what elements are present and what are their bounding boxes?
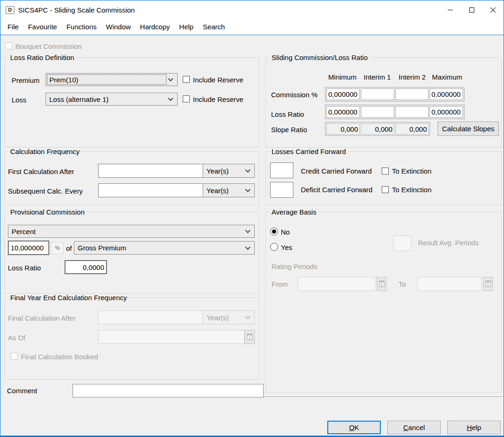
credit-to-extinction-checkbox[interactable] (382, 168, 389, 175)
loss-ratio-interim2-field[interactable] (395, 106, 429, 118)
provisional-loss-ratio-field[interactable]: 0,0000 (65, 260, 107, 274)
subsequent-calc-field[interactable] (98, 183, 203, 197)
average-yes-radio[interactable] (270, 243, 278, 251)
minimize-button[interactable] (439, 0, 461, 19)
loss-ratio-interim1-field[interactable] (361, 106, 394, 118)
sliding-commission-title: Sliding Commission/Loss Ratio (270, 54, 370, 61)
menu-bar: File Favourite Functions Window Hardcopy… (0, 19, 504, 34)
close-icon (490, 7, 496, 13)
slope-minimum-field: 0,000 (326, 123, 360, 134)
loss-ratio-maximum-field[interactable]: 0,000000 (430, 106, 463, 118)
credit-carried-forward-field[interactable] (270, 162, 293, 178)
menu-window[interactable]: Window (101, 23, 135, 31)
final-year-end-title: Final Year End Calculation Frequency (8, 294, 129, 302)
loss-combobox-value: Loss (alternative 1) (49, 95, 109, 103)
provisional-percent-field[interactable]: 10,000000 (8, 241, 49, 255)
help-button[interactable]: Help (447, 421, 501, 434)
loss-include-reserve-checkbox[interactable] (183, 95, 190, 102)
menu-separator (0, 34, 504, 35)
premium-include-reserve-checkbox[interactable] (183, 76, 190, 83)
final-calculation-after-label: Final Calculation After (8, 314, 76, 323)
first-calculation-after-field[interactable] (98, 164, 203, 178)
rating-from-field (298, 277, 375, 291)
window-title: SICS4PC - Sliding Scale Commission (18, 6, 135, 14)
cancel-button-label: Cancel (403, 424, 425, 431)
commission-row: 0,000000 0,000000 (325, 87, 464, 101)
loss-combobox[interactable]: Loss (alternative 1) (46, 93, 178, 106)
provisional-basis-value: Gross Premium (78, 244, 126, 252)
final-calculation-booked-checkbox (11, 353, 18, 360)
subsequent-calc-unit-value: Year(s) (206, 187, 229, 195)
rating-from-calendar-button (377, 277, 386, 291)
first-calculation-unit-value: Year(s) (206, 167, 229, 175)
sliding-loss-ratio-label: Loss Ratio (271, 110, 304, 119)
slope-ratio-row: 0,000 0,000 0,000 (325, 122, 430, 136)
chevron-down-icon (245, 314, 250, 319)
average-no-label: No (281, 228, 290, 236)
menu-search[interactable]: Search (198, 23, 230, 31)
provisional-type-combobox[interactable]: Percent (8, 225, 255, 238)
premium-combobox-value: Prem(10) (49, 76, 79, 84)
deficit-to-extinction-checkbox[interactable] (382, 186, 389, 193)
final-calculation-after-field (98, 310, 203, 324)
calendar-icon (485, 281, 491, 287)
first-calculation-unit-combobox[interactable]: Year(s) (203, 164, 255, 178)
chevron-down-icon (245, 187, 250, 192)
commission-interim1-field[interactable] (361, 88, 394, 100)
calculate-slopes-button[interactable]: Calculate Slopes (438, 121, 499, 136)
subsequent-calc-unit-combobox[interactable]: Year(s) (203, 183, 255, 197)
ok-button-label: OK (349, 424, 359, 431)
chevron-down-icon (168, 96, 173, 101)
help-button-label: Help (467, 424, 481, 431)
header-interim1: Interim 1 (360, 73, 395, 81)
provisional-loss-ratio-label: Loss Ratio (8, 264, 41, 272)
result-avg-periods-field (393, 235, 411, 251)
slope-interim1-field: 0,000 (361, 123, 394, 134)
final-calculation-unit-value: Year(s) (206, 314, 229, 322)
average-no-radio[interactable] (270, 228, 278, 235)
chevron-down-icon (245, 228, 250, 233)
commission-minimum-field[interactable]: 0,000000 (326, 88, 360, 100)
app-icon: D (6, 6, 14, 14)
menu-favourite[interactable]: Favourite (23, 23, 62, 31)
subsequent-calc-label: Subsequent Calc. Every (8, 187, 83, 195)
of-label: of (66, 244, 72, 253)
loss-label: Loss (12, 96, 27, 104)
window-controls (439, 0, 504, 19)
as-of-calendar-button (245, 330, 255, 344)
minimize-icon (448, 10, 453, 10)
slope-interim2-field: 0,000 (395, 123, 429, 134)
close-button[interactable] (482, 0, 504, 19)
menu-functions[interactable]: Functions (62, 23, 101, 31)
provisional-type-value: Percent (12, 228, 36, 235)
cancel-button[interactable]: Cancel (387, 421, 441, 434)
commission-maximum-field[interactable]: 0,000000 (430, 88, 463, 100)
slope-ratio-label: Slope Ratio (271, 126, 307, 134)
result-avg-periods-label: Result Avg. Periods (418, 239, 479, 247)
credit-carried-forward-label: Credit Carried Forward (301, 167, 372, 175)
maximize-icon (469, 7, 474, 13)
rating-to-field (417, 277, 482, 291)
deficit-to-extinction-label: To Extinction (392, 186, 431, 194)
maximize-button[interactable] (461, 0, 482, 19)
deficit-carried-forward-field[interactable] (270, 182, 293, 198)
loss-ratio-minimum-field[interactable]: 0,000000 (326, 106, 360, 118)
calendar-icon (247, 334, 252, 340)
rating-periods-label: Rating Periods (272, 262, 317, 271)
menu-file[interactable]: File (3, 23, 23, 31)
bouquet-commission-label: Bouquet Commission (15, 42, 82, 51)
credit-to-extinction-label: To Extinction (392, 167, 431, 175)
titlebar: D SICS4PC - Sliding Scale Commission (0, 0, 504, 19)
loss-ratio-definition-title: Loss Ratio Definition (8, 54, 76, 61)
premium-combobox[interactable]: Prem(10) (46, 73, 178, 86)
average-basis-title: Average Basis (270, 208, 318, 216)
first-calculation-after-label: First Calculation After (8, 168, 74, 176)
commission-interim2-field[interactable] (395, 88, 429, 100)
menu-help[interactable]: Help (174, 23, 198, 31)
comment-field[interactable] (73, 384, 264, 397)
chevron-down-icon (245, 168, 250, 173)
bouquet-commission-checkbox[interactable] (5, 42, 12, 49)
ok-button[interactable]: OK (327, 421, 381, 434)
provisional-basis-combobox[interactable]: Gross Premium (74, 241, 255, 255)
menu-hardcopy[interactable]: Hardcopy (135, 23, 174, 31)
